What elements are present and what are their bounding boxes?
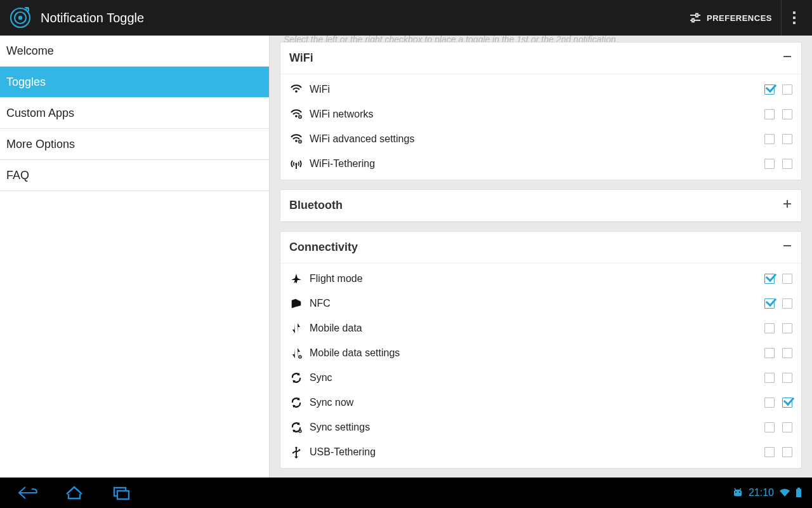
svg-rect-15	[117, 491, 129, 499]
toggle-row[interactable]: WiFi networks	[280, 102, 801, 126]
sidebar-item-toggles[interactable]: Toggles	[0, 67, 269, 98]
wifi-status-icon	[779, 488, 790, 497]
checkbox-notification-1[interactable]	[764, 134, 775, 144]
sidebar-item-welcome[interactable]: Welcome	[0, 36, 269, 67]
section-header[interactable]: WiFi	[280, 43, 801, 74]
toggle-row[interactable]: USB-Tethering	[280, 439, 801, 464]
toggle-label: Sync now	[306, 397, 757, 408]
sync-cog-icon	[287, 420, 306, 434]
checkbox-notification-2[interactable]	[782, 373, 792, 383]
svg-point-16	[735, 491, 737, 493]
status-tray: 21:10	[732, 487, 808, 498]
checkbox-notification-2[interactable]	[782, 348, 792, 358]
usb-icon	[287, 445, 306, 459]
checkbox-notification-2[interactable]	[782, 447, 792, 457]
checkbox-notification-2[interactable]	[782, 84, 792, 95]
checkbox-notification-1[interactable]	[764, 398, 775, 408]
nfc-icon	[287, 297, 306, 311]
toggle-row[interactable]: Mobile data	[280, 316, 801, 340]
toggle-label: NFC	[306, 298, 757, 309]
overflow-icon	[792, 11, 796, 25]
checkbox-notification-1[interactable]	[764, 274, 775, 284]
home-button[interactable]	[51, 478, 98, 508]
checkbox-notification-2[interactable]	[782, 298, 792, 309]
section-title: Bluetooth	[289, 199, 343, 212]
svg-rect-6	[692, 19, 694, 22]
toggle-label: USB-Tethering	[306, 446, 757, 458]
checkbox-notification-2[interactable]	[782, 398, 792, 408]
preferences-label: PREFERENCES	[707, 13, 772, 23]
overflow-menu-button[interactable]	[782, 0, 807, 36]
section-header[interactable]: Connectivity	[280, 232, 801, 264]
preferences-button[interactable]: PREFERENCES	[680, 0, 782, 36]
recents-button[interactable]	[98, 478, 145, 508]
app-icon	[8, 5, 33, 30]
toggle-row[interactable]: WiFi	[280, 77, 801, 102]
checkbox-notification-2[interactable]	[782, 274, 792, 284]
toggle-label: Sync settings	[306, 422, 757, 433]
svg-line-18	[735, 488, 736, 490]
checkbox-notification-1[interactable]	[764, 422, 775, 432]
hint-text: Select the left or the right checkbox to…	[280, 36, 802, 42]
expand-icon[interactable]	[782, 199, 792, 212]
system-nav-bar: 21:10	[0, 478, 812, 508]
toggle-row[interactable]: WiFi advanced settings	[280, 126, 801, 151]
checkbox-notification-1[interactable]	[764, 447, 775, 457]
sidebar-item-faq[interactable]: FAQ	[0, 160, 269, 191]
toggle-label: WiFi	[306, 84, 757, 95]
checkbox-notification-2[interactable]	[782, 134, 792, 144]
checkbox-notification-2[interactable]	[782, 422, 792, 432]
checkbox-notification-2[interactable]	[782, 109, 792, 119]
toggle-row[interactable]: WiFi-Tethering	[280, 151, 801, 176]
wifi-icon	[287, 83, 306, 97]
checkbox-notification-1[interactable]	[764, 84, 775, 95]
toggle-label: Sync	[306, 372, 757, 384]
toggle-label: WiFi-Tethering	[306, 158, 757, 170]
toggle-label: WiFi networks	[306, 109, 757, 120]
toggle-row[interactable]: Sync now	[280, 390, 801, 415]
svg-rect-4	[696, 14, 698, 17]
checkbox-notification-1[interactable]	[764, 348, 775, 358]
data-cog-icon	[287, 346, 306, 360]
action-bar: Notification Toggle PREFERENCES	[0, 0, 812, 36]
wifi-cog-icon	[287, 107, 306, 121]
section-bluetooth: Bluetooth	[280, 189, 802, 222]
wifi-cog-icon	[287, 132, 306, 146]
section-title: WiFi	[289, 51, 313, 65]
checkbox-notification-2[interactable]	[782, 159, 792, 169]
data-icon	[287, 321, 306, 335]
toggle-row[interactable]: Flight mode	[280, 266, 801, 291]
collapse-icon[interactable]	[782, 51, 792, 65]
svg-rect-9	[793, 22, 796, 24]
sidebar: WelcomeTogglesCustom AppsMore OptionsFAQ	[0, 36, 270, 478]
svg-point-17	[739, 491, 740, 493]
checkbox-notification-1[interactable]	[764, 298, 775, 309]
sync-icon	[287, 371, 306, 385]
sidebar-item-custom-apps[interactable]: Custom Apps	[0, 98, 269, 129]
plane-icon	[287, 272, 306, 286]
sidebar-item-more-options[interactable]: More Options	[0, 129, 269, 160]
checkbox-notification-1[interactable]	[764, 323, 775, 333]
section-connectivity: ConnectivityFlight modeNFCMobile dataMob…	[280, 231, 802, 469]
checkbox-notification-2[interactable]	[782, 323, 792, 333]
toggle-row[interactable]: Sync	[280, 365, 801, 390]
section-title: Connectivity	[289, 241, 358, 254]
tether-icon	[287, 157, 306, 171]
toggle-row[interactable]: NFC	[280, 291, 801, 316]
collapse-icon[interactable]	[782, 241, 792, 254]
android-face-icon	[732, 487, 743, 498]
svg-line-19	[740, 488, 741, 490]
section-header[interactable]: Bluetooth	[280, 190, 801, 222]
back-button[interactable]	[4, 478, 51, 508]
checkbox-notification-1[interactable]	[764, 109, 775, 119]
toggle-row[interactable]: Mobile data settings	[280, 340, 801, 365]
sliders-icon	[689, 11, 702, 24]
section-wifi: WiFiWiFiWiFi networksWiFi advanced setti…	[280, 42, 802, 180]
checkbox-notification-1[interactable]	[764, 159, 775, 169]
toggle-row[interactable]: Sync settings	[280, 415, 801, 439]
sync-icon	[287, 396, 306, 410]
checkbox-notification-1[interactable]	[764, 373, 775, 383]
svg-rect-8	[793, 17, 796, 19]
svg-rect-21	[797, 488, 800, 489]
main-panel: Select the left or the right checkbox to…	[270, 36, 812, 478]
